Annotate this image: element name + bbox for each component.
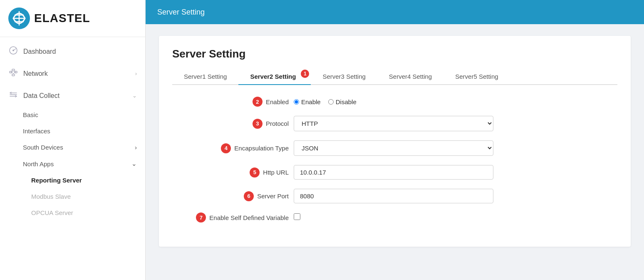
radio-enable-text: Enable xyxy=(301,98,321,105)
encapsulation-label: Encapsulation Type xyxy=(234,145,289,152)
enabled-label: Enabled xyxy=(266,98,289,105)
app-name: ELASTEL xyxy=(34,12,90,25)
sidebar-item-north-apps[interactable]: North Apps ⌄ xyxy=(0,155,145,172)
encapsulation-row: 4 Encapsulation Type JSON XML CSV xyxy=(172,140,617,156)
sidebar-item-opcua-server[interactable]: OPCUA Server xyxy=(0,205,145,221)
self-defined-checkbox[interactable] xyxy=(294,213,300,220)
radio-enable-label[interactable]: Enable xyxy=(294,98,321,105)
self-defined-row: 7 Enable Self Defined Variable xyxy=(172,212,617,222)
server-port-input[interactable] xyxy=(294,189,493,203)
north-apps-arrow-icon: ⌄ xyxy=(131,160,137,168)
south-devices-arrow-icon: › xyxy=(135,144,137,151)
self-defined-control xyxy=(294,213,493,222)
http-url-control xyxy=(294,165,493,180)
sidebar-navigation: Dashboard Network › xyxy=(0,37,145,280)
tab-server3[interactable]: Server3 Setting xyxy=(311,69,377,85)
sidebar-item-network-label: Network xyxy=(23,70,48,78)
enabled-radio-group: Enable Disable xyxy=(294,98,493,105)
sidebar-item-network[interactable]: Network › xyxy=(0,62,145,85)
sidebar-item-data-collect-label: Data Collect xyxy=(23,92,59,100)
enabled-label-group: 2 Enabled xyxy=(172,97,289,107)
step-3-badge: 3 xyxy=(253,119,263,129)
sidebar-item-data-collect[interactable]: Data Collect ⌄ xyxy=(0,85,145,107)
server-port-row: 6 Server Port xyxy=(172,189,617,203)
encapsulation-control: JSON XML CSV xyxy=(294,140,493,156)
protocol-label-group: 3 Protocol xyxy=(172,119,289,129)
step-7-badge: 7 xyxy=(196,212,206,222)
tab-server1[interactable]: Server1 Setting xyxy=(172,69,238,85)
server-port-control xyxy=(294,189,493,203)
step-2-badge: 2 xyxy=(253,97,263,107)
sidebar-item-north-apps-label: North Apps xyxy=(23,160,54,168)
sidebar-item-dashboard-label: Dashboard xyxy=(23,48,56,55)
protocol-control: HTTP HTTPS MQTT TCP xyxy=(294,116,493,131)
encapsulation-label-group: 4 Encapsulation Type xyxy=(172,143,289,153)
data-collect-arrow-icon: ⌄ xyxy=(132,92,137,99)
http-url-label: Http URL xyxy=(263,169,289,176)
sidebar-item-south-devices-label: South Devices xyxy=(23,144,63,151)
sidebar-item-opcua-server-label: OPCUA Server xyxy=(31,209,73,216)
card-title: Server Setting xyxy=(172,48,617,60)
svg-rect-4 xyxy=(12,69,15,71)
sidebar-item-basic[interactable]: Basic xyxy=(0,107,145,123)
svg-rect-6 xyxy=(12,74,15,76)
sidebar-item-basic-label: Basic xyxy=(23,111,38,118)
radio-disable[interactable] xyxy=(328,99,334,105)
topbar: Server Setting xyxy=(146,0,644,24)
sidebar-item-modbus-slave-label: Modbus Slave xyxy=(31,193,71,200)
logo-area: ELASTEL xyxy=(0,0,145,37)
svg-point-2 xyxy=(12,50,14,51)
http-url-row: 5 Http URL xyxy=(172,165,617,180)
sidebar-item-reporting-server[interactable]: Reporting Server xyxy=(0,172,145,188)
self-defined-label-group: 7 Enable Self Defined Variable xyxy=(172,212,289,222)
server-port-label: Server Port xyxy=(257,192,289,200)
tab-server2[interactable]: Server2 Setting 1 xyxy=(238,69,311,85)
tab-server5[interactable]: Server5 Setting xyxy=(443,69,510,85)
topbar-title: Server Setting xyxy=(157,8,205,17)
content-area: Server Setting Server1 Setting Server2 S… xyxy=(146,24,644,280)
step-5-badge: 5 xyxy=(250,168,260,178)
tab-server4[interactable]: Server4 Setting xyxy=(377,69,443,85)
protocol-select[interactable]: HTTP HTTPS MQTT TCP xyxy=(294,116,493,131)
radio-enable[interactable] xyxy=(294,99,299,105)
sidebar-item-modbus-slave[interactable]: Modbus Slave xyxy=(0,188,145,205)
data-collect-icon xyxy=(8,90,18,101)
self-defined-label: Enable Self Defined Variable xyxy=(209,214,289,221)
protocol-label: Protocol xyxy=(266,120,289,127)
elastel-logo-icon xyxy=(8,8,30,29)
sidebar-item-south-devices[interactable]: South Devices › xyxy=(0,139,145,155)
step-6-badge: 6 xyxy=(244,191,254,201)
main-content: Server Setting Server Setting Server1 Se… xyxy=(146,0,644,280)
sidebar-item-interfaces[interactable]: Interfaces xyxy=(0,123,145,139)
tab-server2-badge: 1 xyxy=(301,70,309,78)
sidebar: ELASTEL Dashboard xyxy=(0,0,146,280)
enabled-row: 2 Enabled Enable Disable xyxy=(172,97,617,107)
step-4-badge: 4 xyxy=(221,143,231,153)
http-url-input[interactable] xyxy=(294,165,493,180)
sidebar-item-reporting-server-label: Reporting Server xyxy=(31,177,82,184)
radio-disable-text: Disable xyxy=(336,98,357,105)
server-tabs: Server1 Setting Server2 Setting 1 Server… xyxy=(172,69,617,85)
settings-card: Server Setting Server1 Setting Server2 S… xyxy=(159,36,631,247)
network-icon xyxy=(8,68,18,79)
sidebar-item-dashboard[interactable]: Dashboard xyxy=(0,40,145,62)
http-url-label-group: 5 Http URL xyxy=(172,168,289,178)
radio-disable-label[interactable]: Disable xyxy=(328,98,357,105)
network-arrow-icon: › xyxy=(135,70,137,77)
server-port-label-group: 6 Server Port xyxy=(172,191,289,201)
dashboard-icon xyxy=(8,46,18,57)
encapsulation-select[interactable]: JSON XML CSV xyxy=(294,140,493,156)
sidebar-item-interfaces-label: Interfaces xyxy=(23,128,50,135)
protocol-row: 3 Protocol HTTP HTTPS MQTT TCP xyxy=(172,116,617,131)
